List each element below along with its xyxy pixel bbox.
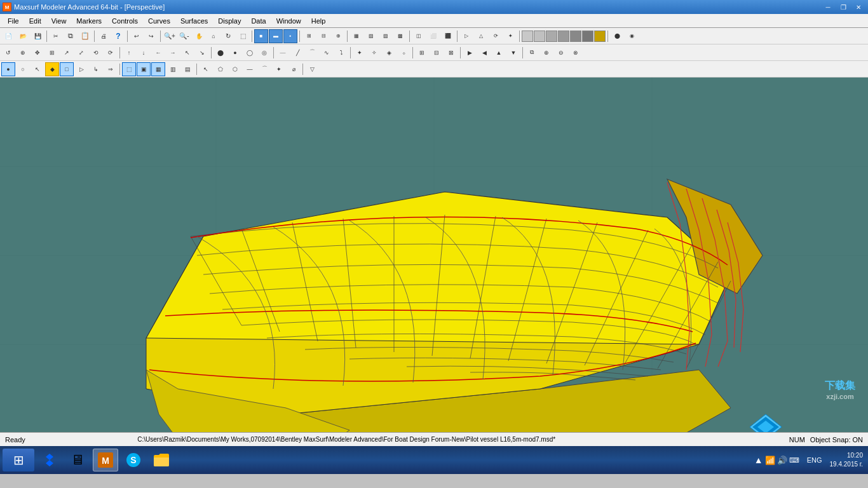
tb2-6[interactable]: ⤢ [74, 46, 88, 60]
tb3-point[interactable]: ✦ [272, 62, 286, 76]
tb2-26[interactable]: ◈ [382, 46, 396, 60]
tb-fit[interactable]: ⌂ [207, 29, 220, 43]
tb2-21[interactable]: ⌒ [305, 46, 319, 60]
tb-pan[interactable]: ✋ [192, 29, 206, 43]
tb-new[interactable]: 📄 [1, 29, 15, 43]
tb-redo[interactable]: ↪ [144, 29, 158, 43]
tb-b7[interactable]: ⬛ [441, 29, 455, 43]
swatch5[interactable] [570, 30, 581, 42]
taskbar-maxsurf[interactable]: M [93, 449, 118, 471]
menu-window[interactable]: Window [271, 15, 306, 27]
tb-grid-on[interactable]: ⊞ [302, 29, 316, 43]
tb2-12[interactable]: → [166, 46, 180, 60]
tb2-4[interactable]: ⊞ [45, 46, 59, 60]
tb2-23[interactable]: ⤵ [334, 46, 348, 60]
tb-b5[interactable]: ◫ [412, 29, 426, 43]
tb2-30[interactable]: ⊠ [444, 46, 458, 60]
tb2-5[interactable]: ↗ [60, 46, 74, 60]
tb2-14[interactable]: ↘ [195, 46, 209, 60]
tb3-arrow[interactable]: ↖ [31, 62, 44, 76]
menu-edit[interactable]: Edit [24, 15, 46, 27]
swatch6[interactable] [582, 30, 593, 42]
tb2-10[interactable]: ↓ [137, 46, 151, 60]
tb3-surf2[interactable]: ▣ [137, 62, 151, 76]
swatch2[interactable] [534, 30, 545, 42]
tb-paste[interactable]: 📋 [78, 29, 92, 43]
tb3-surf1[interactable]: ⬚ [122, 62, 136, 76]
tb-rotate[interactable]: ↻ [221, 29, 235, 43]
tb3-surf3[interactable]: ▦ [151, 62, 165, 76]
tb-b1[interactable]: ▦ [349, 29, 363, 43]
tb-undo[interactable]: ↩ [130, 29, 144, 43]
tb3-sub2[interactable]: ⇒ [104, 62, 118, 76]
tray-network[interactable]: 📶 [765, 456, 775, 465]
tb-wireframe[interactable]: ■ [254, 29, 268, 43]
swatch7[interactable] [594, 30, 606, 42]
tb-open[interactable]: 📂 [16, 29, 30, 43]
tb3-tri[interactable]: ▷ [74, 62, 88, 76]
tb-b2[interactable]: ▧ [364, 29, 378, 43]
tb3-diamond[interactable]: ◆ [45, 62, 59, 76]
close-button[interactable]: ✕ [851, 2, 865, 12]
tb2-2[interactable]: ⊕ [16, 46, 30, 60]
tb-grid-off[interactable]: ⊟ [316, 29, 330, 43]
menu-controls[interactable]: Controls [107, 15, 143, 27]
tb2-19[interactable]: — [276, 46, 290, 60]
tb2-24[interactable]: ✦ [353, 46, 367, 60]
menu-surfaces[interactable]: Surfaces [175, 15, 213, 27]
tb3-circle[interactable]: ○ [16, 62, 30, 76]
swatch3[interactable] [546, 30, 557, 42]
language-indicator[interactable]: ENG [804, 456, 825, 464]
menu-display[interactable]: Display [213, 15, 246, 27]
tb3-poly[interactable]: ⬠ [214, 62, 227, 76]
tb3-drop[interactable]: ▽ [305, 62, 319, 76]
tb2-18[interactable]: ◎ [257, 46, 271, 60]
tb2-35[interactable]: ⧉ [525, 46, 539, 60]
tb2-7[interactable]: ⟲ [89, 46, 103, 60]
tb3-perspective[interactable]: ● [1, 62, 15, 76]
minimize-button[interactable]: ─ [821, 2, 835, 12]
tb3-select[interactable]: ↖ [199, 62, 213, 76]
tray-arrow[interactable]: ▲ [754, 455, 763, 465]
taskbar-skype[interactable]: S [121, 449, 146, 471]
tb2-20[interactable]: ╱ [290, 46, 304, 60]
tb2-28[interactable]: ⊞ [415, 46, 429, 60]
tb2-25[interactable]: ✧ [367, 46, 381, 60]
system-clock[interactable]: 10:20 19.4.2015 г. [827, 451, 865, 469]
tb2-32[interactable]: ◀ [477, 46, 491, 60]
tb-b10[interactable]: ⟳ [489, 29, 503, 43]
tb3-surf5[interactable]: ▤ [180, 62, 194, 76]
restore-button[interactable]: ❐ [836, 2, 850, 12]
tb3-bezier[interactable]: ⌒ [257, 62, 271, 76]
tb-b9[interactable]: △ [474, 29, 488, 43]
tb-rendered[interactable]: ▪ [283, 29, 297, 43]
tb2-27[interactable]: ⬦ [397, 46, 410, 60]
swatch1[interactable] [522, 30, 533, 42]
menu-curves[interactable]: Curves [143, 15, 175, 27]
tb-extra1[interactable]: ⬤ [610, 29, 624, 43]
tb-zoom-in[interactable]: 🔍+ [163, 29, 177, 43]
tb2-34[interactable]: ▼ [506, 46, 520, 60]
start-button[interactable]: ⊞ [3, 449, 34, 471]
tb-cut[interactable]: ✂ [49, 29, 63, 43]
tb-b3[interactable]: ▨ [379, 29, 393, 43]
tb2-9[interactable]: ↑ [122, 46, 136, 60]
menu-file[interactable]: File [3, 15, 24, 27]
tb2-16[interactable]: ● [228, 46, 242, 60]
tb2-22[interactable]: ∿ [320, 46, 334, 60]
tb-b11[interactable]: ✦ [503, 29, 517, 43]
tb-zoom-rect[interactable]: ⬚ [236, 29, 250, 43]
tb3-sub1[interactable]: ↳ [89, 62, 103, 76]
menu-view[interactable]: View [46, 15, 72, 27]
tray-keyboard[interactable]: ⌨ [789, 456, 799, 464]
tb2-15[interactable]: ⬤ [214, 46, 227, 60]
tb3-surf4[interactable]: ▥ [166, 62, 180, 76]
tb2-8[interactable]: ⟳ [104, 46, 118, 60]
tb2-36[interactable]: ⊕ [539, 46, 553, 60]
tb3-frame[interactable]: ⬡ [228, 62, 242, 76]
tb-b8[interactable]: ▷ [459, 29, 473, 43]
menu-data[interactable]: Data [246, 15, 271, 27]
tb2-38[interactable]: ⊗ [569, 46, 583, 60]
tb-zoom-out[interactable]: 🔍- [177, 29, 191, 43]
menu-help[interactable]: Help [306, 15, 331, 27]
